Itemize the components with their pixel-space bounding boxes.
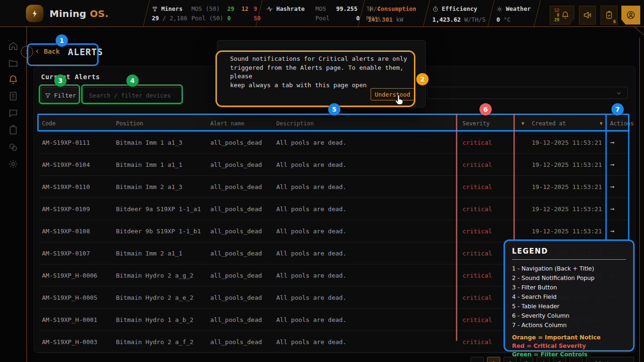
- col-severity[interactable]: Severity ▼: [462, 120, 532, 127]
- table-row[interactable]: AM-S19XP-0104Bitmain Imm 1 a1_1all_pools…: [39, 154, 630, 176]
- annotation-badge-3: 3: [54, 74, 66, 87]
- legend-note: Red = Critical Severity: [512, 342, 626, 350]
- consumption-stat: Consumption 141.301 kW: [368, 4, 416, 25]
- sidebar-item-home[interactable]: [8, 41, 18, 51]
- row-description: All pools are dead.: [276, 161, 462, 168]
- legend-item: 2 - Sound Notification Popup: [512, 273, 626, 283]
- row-alert-name: all_pools_dead: [210, 139, 276, 146]
- row-alert-name: all_pools_dead: [210, 206, 276, 213]
- sidebar-item-tokens[interactable]: [8, 142, 18, 152]
- col-created-at[interactable]: Created at ▼: [532, 120, 610, 127]
- columns-select[interactable]: [427, 87, 628, 99]
- app-logo[interactable]: Mining OS.: [26, 5, 108, 22]
- frame-line: [634, 26, 644, 36]
- row-position: Bitdeer 9b S19XP 1-1_b1: [116, 228, 210, 235]
- legend-note: Orange = Important Notice: [512, 333, 626, 342]
- legend-item: 3 - Filter Button: [512, 283, 626, 292]
- search-input[interactable]: [83, 87, 183, 103]
- row-severity: critical: [462, 206, 532, 213]
- row-description: All pools are dead.: [276, 228, 462, 235]
- row-code: AM-S19XP_H-0003: [42, 338, 116, 346]
- notifications-button[interactable]: 12 8 29: [550, 6, 574, 25]
- annotation-badge-4: 4: [126, 74, 139, 87]
- pagination-page-button[interactable]: 1: [487, 357, 500, 362]
- sidebar-item-files[interactable]: [8, 58, 18, 68]
- top-bar: Mining OS. Miners MOS (50) 29 12 9 29 / …: [0, 0, 644, 27]
- row-severity: critical: [462, 228, 532, 235]
- annotation-badge-2: 2: [416, 73, 429, 85]
- sidebar-item-reports[interactable]: [8, 91, 18, 101]
- sort-desc-icon[interactable]: ▼: [521, 121, 524, 126]
- annotation-badge-1: 1: [56, 34, 68, 47]
- table-row[interactable]: AM-S19XP-0111Bitmain Imm 1 a1_3all_pools…: [39, 132, 630, 154]
- row-alert-name: all_pools_dead: [210, 228, 276, 235]
- page-title: ALERTS: [68, 47, 103, 57]
- annotation-badge-6: 6: [479, 103, 492, 115]
- back-button[interactable]: Back: [35, 48, 60, 55]
- col-description[interactable]: Description: [276, 120, 462, 127]
- tasks-badge: 0: [613, 19, 616, 24]
- row-created-at: 19-12-2025 11:53:21: [532, 228, 610, 235]
- sound-toggle-button[interactable]: [579, 6, 596, 25]
- sidebar: [0, 27, 27, 362]
- row-position: Bitmain Hydro 2 a_e_2: [116, 294, 210, 301]
- row-position: Bitmain Hydro 2 a_f_2: [116, 338, 210, 346]
- row-alert-name: all_pools_dead: [210, 272, 276, 279]
- mouse-cursor-icon: [394, 94, 405, 106]
- row-action-arrow[interactable]: →: [610, 205, 630, 213]
- funnel-icon: [45, 92, 51, 99]
- legend-note: Green = Filter Controls: [512, 350, 626, 359]
- account-button[interactable]: [621, 6, 640, 25]
- table-row[interactable]: AM-S19XP-0110Bitmain Imm 2 a1_3all_pools…: [39, 176, 630, 198]
- chevron-down-icon: [616, 90, 622, 96]
- row-action-arrow[interactable]: →: [610, 138, 630, 147]
- row-created-at: 19-12-2025 11:53:21: [532, 139, 610, 146]
- weather-stat: Weather 0 °C: [496, 4, 531, 25]
- row-alert-name: all_pools_dead: [210, 161, 276, 168]
- row-description: All pools are dead.: [276, 139, 462, 146]
- sidebar-item-messages[interactable]: [8, 108, 18, 118]
- row-code: AM-S19XP-0107: [42, 250, 116, 257]
- col-code[interactable]: Code: [42, 120, 116, 127]
- annotation-legend: LEGEND 1 - Navigation (Back + Title)2 - …: [504, 239, 635, 352]
- row-alert-name: all_pools_dead: [210, 183, 276, 190]
- row-action-arrow[interactable]: →: [610, 227, 630, 235]
- row-position: Bitmain Imm 1 a1_3: [116, 139, 210, 146]
- table-header: Code Position Alert name Description Sev…: [39, 115, 630, 132]
- sidebar-item-alerts[interactable]: [8, 74, 18, 85]
- col-position[interactable]: Position: [116, 120, 210, 127]
- efficiency-stat: Efficiency 1,423.62 W/TH/S: [432, 4, 486, 25]
- tasks-button[interactable]: 0: [601, 6, 618, 25]
- row-description: All pools are dead.: [276, 206, 462, 213]
- table-row[interactable]: AM-S19XP-0109Bitdeer 9a S19XP 1-1_a1all_…: [39, 198, 630, 220]
- popup-message: Sound notifications for Critical alerts …: [230, 55, 419, 90]
- row-description: All pools are dead.: [276, 338, 462, 346]
- legend-items: 1 - Navigation (Back + Title)2 - Sound N…: [512, 264, 626, 330]
- row-action-arrow[interactable]: →: [610, 182, 630, 191]
- row-severity: critical: [462, 183, 532, 190]
- topbar-divider: [423, 0, 430, 27]
- legend-item: 7 - Actions Column: [512, 321, 626, 330]
- annotation-badge-7: 7: [611, 103, 624, 115]
- row-alert-name: all_pools_dead: [210, 316, 276, 323]
- legend-item: 6 - Severity Column: [512, 311, 626, 321]
- topbar-divider: [487, 0, 495, 27]
- legend-divider: [512, 259, 626, 260]
- row-description: All pools are dead.: [276, 183, 462, 190]
- row-description: All pools are dead.: [276, 316, 462, 323]
- efficiency-icon: Efficiency: [432, 4, 477, 14]
- sidebar-expand-button[interactable]: [21, 46, 33, 58]
- table-row[interactable]: AM-S19XP-0108Bitdeer 9b S19XP 1-1_b1all_…: [39, 220, 630, 242]
- sidebar-item-tasks[interactable]: [8, 125, 18, 135]
- weather-icon: Weather: [496, 4, 531, 14]
- pagination-prev-button[interactable]: <: [471, 357, 484, 362]
- speaker-icon: [583, 10, 592, 20]
- col-alert-name[interactable]: Alert name: [210, 120, 276, 127]
- understood-button[interactable]: Understood: [371, 88, 414, 100]
- row-created-at: 19-12-2025 11:53:21: [532, 206, 610, 213]
- sort-desc-icon[interactable]: ▼: [600, 121, 603, 126]
- consumption-icon: Consumption: [368, 4, 416, 14]
- sidebar-item-settings[interactable]: [8, 159, 18, 169]
- row-action-arrow[interactable]: →: [610, 160, 630, 169]
- filter-button[interactable]: Filter: [41, 87, 80, 103]
